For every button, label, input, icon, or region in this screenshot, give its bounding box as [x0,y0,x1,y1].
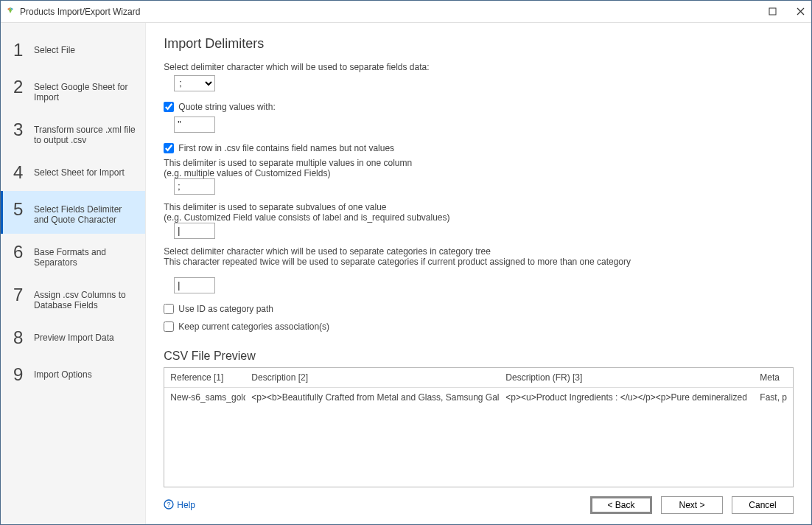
quote-checkbox[interactable] [164,102,174,112]
step-transform-xml[interactable]: 3 Transform source .xml file to output .… [1,111,145,154]
step-assign-columns[interactable]: 7 Assign .csv Columns to Database Fields [1,277,145,319]
step-number: 9 [13,365,31,384]
cell-description-fr: <p><u>Product Ingredients : </u></p><p>P… [500,388,754,407]
cell-reference: New-s6_sams_gold [164,388,245,407]
subval-desc-line1: This delimiter is used to separate subva… [164,202,794,212]
step-label: Import Options [31,365,138,380]
quote-checkbox-row[interactable]: Quote string values with: [164,102,794,112]
multival-desc-line1: This delimiter is used to separate multi… [164,158,794,168]
step-number: 2 [13,77,31,97]
firstrow-checkbox[interactable] [164,143,174,153]
catdelim-line1: Select delimiter character which will be… [164,246,794,257]
grid-header: Reference [1] Description [2] Descriptio… [164,368,793,388]
delimiter-label: Select delimiter character which will be… [164,62,794,72]
step-label: Preview Import Data [31,328,138,343]
firstrow-checkbox-row[interactable]: First row in .csv file contains field na… [164,143,794,153]
step-select-sheet[interactable]: 4 Select Sheet for Import [1,154,145,191]
svg-text:?: ? [167,501,171,508]
svg-rect-0 [769,8,776,15]
step-number: 8 [13,328,31,347]
col-header-reference[interactable]: Reference [1] [164,368,245,387]
step-number: 4 [13,163,31,182]
col-header-description-fr[interactable]: Description (FR) [3] [500,368,754,387]
step-select-file[interactable]: 1 Select File [1,32,145,69]
step-label: Base Formats and Separators [31,243,138,268]
multival-input[interactable] [174,178,215,195]
main-panel: Import Delimiters Select delimiter chara… [146,23,811,524]
page-title: Import Delimiters [164,36,794,52]
help-icon: ? [164,499,174,512]
step-preview-data[interactable]: 8 Preview Import Data [1,319,145,356]
step-number: 1 [13,41,31,60]
next-button[interactable]: Next > [661,496,723,514]
delimiter-select[interactable]: ; [174,75,215,91]
window-controls [767,7,805,17]
catdelim-input[interactable] [174,277,215,293]
step-import-options[interactable]: 9 Import Options [1,356,145,393]
keep-cat-checkbox-row[interactable]: Keep current categories association(s) [164,321,794,332]
cell-meta: Fast, p [754,388,793,407]
step-number: 5 [13,200,31,219]
window-title: Products Import/Export Wizard [20,7,767,17]
back-button[interactable]: < Back [590,496,652,514]
help-link[interactable]: ? Help [164,499,195,512]
cancel-button[interactable]: Cancel [732,496,794,514]
step-label: Select File [31,41,138,55]
quote-check-label: Quote string values with: [178,102,275,112]
grid-body: New-s6_sams_gold <p><b>Beautifully Craft… [164,388,793,487]
step-label: Select Google Sheet for Import [31,77,138,102]
maximize-icon[interactable] [767,7,777,17]
app-icon [5,7,15,17]
table-row[interactable]: New-s6_sams_gold <p><b>Beautifully Craft… [164,388,793,407]
step-google-sheet[interactable]: 2 Select Google Sheet for Import [1,69,145,111]
help-label: Help [177,500,195,510]
titlebar: Products Import/Export Wizard [1,1,811,23]
multival-desc-line2: (e.g. multiple values of Customized Fiel… [164,168,794,178]
footer: ? Help < Back Next > Cancel [164,487,794,514]
step-base-formats[interactable]: 6 Base Formats and Separators [1,234,145,277]
col-header-description[interactable]: Description [2] [245,368,500,387]
firstrow-check-label: First row in .csv file contains field na… [178,143,394,153]
wizard-window: Products Import/Export Wizard 1 Select F… [0,0,812,525]
step-number: 6 [13,243,31,262]
preview-title: CSV File Preview [164,350,794,363]
step-label: Assign .csv Columns to Database Fields [31,285,138,310]
step-label: Transform source .xml file to output .cs… [31,120,138,145]
step-number: 7 [13,285,31,305]
catdelim-line2: This character repeated twice will be us… [164,257,794,267]
preview-grid[interactable]: Reference [1] Description [2] Descriptio… [164,367,794,487]
wizard-body: 1 Select File 2 Select Google Sheet for … [1,23,811,524]
use-id-label: Use ID as category path [178,304,273,314]
col-header-meta[interactable]: Meta [754,368,793,387]
subval-input[interactable] [174,223,215,239]
keep-cat-checkbox[interactable] [164,321,174,332]
step-delimiter-quote[interactable]: 5 Select Fields Delimiter and Quote Char… [1,191,145,234]
subval-desc-line2: (e.g. Customized Field value consists of… [164,212,794,223]
step-label: Select Fields Delimiter and Quote Charac… [31,200,138,225]
cell-description: <p><b>Beautifully Crafted from Metal and… [245,388,500,407]
sidebar: 1 Select File 2 Select Google Sheet for … [1,23,146,524]
use-id-checkbox[interactable] [164,304,174,314]
use-id-checkbox-row[interactable]: Use ID as category path [164,304,794,314]
step-label: Select Sheet for Import [31,163,138,178]
close-icon[interactable] [795,7,805,17]
step-number: 3 [13,120,31,139]
quote-input[interactable] [174,117,215,133]
keep-cat-label: Keep current categories association(s) [178,321,329,332]
